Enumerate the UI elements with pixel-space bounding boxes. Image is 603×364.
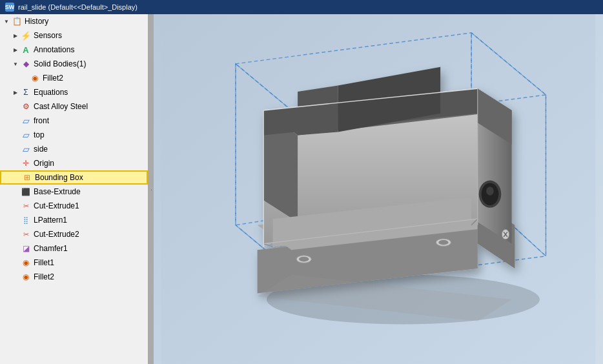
tree-item-top[interactable]: ▶ ▱ top: [0, 128, 148, 142]
expand-arrow-annotations[interactable]: ▶: [12, 46, 19, 54]
tree-item-annotations[interactable]: ▶ A Annotations: [0, 43, 148, 57]
icon-front-plane: ▱: [21, 116, 31, 126]
expand-arrow-solid-bodies[interactable]: ▼: [12, 60, 19, 68]
tree-label-fillet2-sub: Fillet2: [43, 74, 63, 83]
tree-label-fillet2: Fillet2: [34, 272, 54, 281]
tree-item-cut-extrude1[interactable]: ▶ ✂ Cut-Extrude1: [0, 199, 148, 213]
tree-label-chamfer1: Chamfer1: [34, 244, 68, 253]
svg-point-28: [438, 240, 448, 245]
tree-label-sensors: Sensors: [34, 31, 62, 40]
svg-point-24: [486, 187, 494, 195]
icon-chamfer1: ◪: [21, 243, 31, 254]
icon-side-plane: ▱: [21, 144, 31, 154]
tree-label-origin: Origin: [34, 159, 54, 168]
tree-item-chamfer1[interactable]: ▶ ◪ Chamfer1: [0, 241, 148, 256]
tree-item-cast-alloy-steel[interactable]: ▶ ⚙ Cast Alloy Steel: [0, 99, 148, 114]
icon-history: 📋: [12, 16, 22, 26]
icon-annotations: A: [21, 45, 31, 55]
tree-item-equations[interactable]: ▶ Σ Equations: [0, 85, 148, 99]
tree-label-annotations: Annotations: [34, 45, 74, 54]
tree-label-top: top: [34, 130, 45, 139]
tree-item-lpattern1[interactable]: ▶ ⣿ LPattern1: [0, 213, 148, 227]
tree-label-side: side: [34, 145, 48, 154]
tree-item-fillet2[interactable]: ▶ ◉ Fillet2: [0, 270, 148, 284]
icon-fillet2-sub: ◉: [30, 73, 40, 83]
icon-base-extrude: ⬛: [21, 187, 31, 197]
title-bar: SW rail_slide (Default<<Default>_Display…: [0, 0, 603, 14]
tree-item-origin[interactable]: ▶ ✛ Origin: [0, 156, 148, 170]
feature-tree[interactable]: ▼ 📋 History ▶ ⚡ Sensors ▶ A Annotations …: [0, 14, 148, 364]
icon-fillet1: ◉: [21, 258, 31, 268]
svg-point-26: [299, 257, 309, 262]
icon-solid-bodies: ◆: [21, 59, 31, 69]
expand-arrow-sensors[interactable]: ▶: [12, 32, 19, 39]
tree-item-fillet1[interactable]: ▶ ◉ Fillet1: [0, 256, 148, 270]
tree-label-history: History: [25, 17, 48, 26]
tree-item-bounding-box[interactable]: ▶ ⊞ Bounding Box: [0, 170, 148, 185]
tree-item-solid-bodies[interactable]: ▼ ◆ Solid Bodies(1): [0, 57, 148, 71]
icon-cut-extrude1: ✂: [21, 201, 31, 211]
3d-viewport[interactable]: [154, 14, 603, 364]
svg-marker-19: [298, 86, 338, 136]
icon-cast-alloy-steel: ⚙: [21, 101, 31, 112]
expand-arrow-history[interactable]: ▼: [3, 17, 10, 25]
title-text: rail_slide (Default<<Default>_Display): [18, 3, 138, 11]
app-icon: SW: [5, 3, 14, 12]
tree-item-cut-extrude2[interactable]: ▶ ✂ Cut-Extrude2: [0, 227, 148, 241]
icon-equations: Σ: [21, 87, 31, 97]
resize-handle[interactable]: ···: [148, 14, 154, 364]
tree-label-bounding-box: Bounding Box: [35, 173, 83, 182]
tree-label-lpattern1: LPattern1: [34, 216, 67, 225]
tree-label-equations: Equations: [34, 88, 68, 97]
tree-label-cut-extrude2: Cut-Extrude2: [34, 230, 79, 239]
icon-cut-extrude2: ✂: [21, 229, 31, 239]
icon-fillet2: ◉: [21, 272, 31, 282]
expand-arrow-equations[interactable]: ▶: [12, 88, 19, 96]
tree-item-sensors[interactable]: ▶ ⚡ Sensors: [0, 28, 148, 43]
icon-bounding-box: ⊞: [22, 172, 32, 183]
tree-item-history[interactable]: ▼ 📋 History: [0, 14, 148, 28]
icon-top-plane: ▱: [21, 130, 31, 140]
tree-label-cut-extrude1: Cut-Extrude1: [34, 201, 79, 210]
icon-origin: ✛: [21, 158, 31, 168]
icon-sensors: ⚡: [21, 30, 31, 41]
icon-lpattern1: ⣿: [21, 215, 31, 225]
main-content: ▼ 📋 History ▶ ⚡ Sensors ▶ A Annotations …: [0, 14, 603, 364]
tree-label-base-extrude: Base-Extrude: [34, 187, 81, 196]
viewport-svg: [154, 14, 603, 364]
tree-item-base-extrude[interactable]: ▶ ⬛ Base-Extrude: [0, 185, 148, 199]
tree-item-side[interactable]: ▶ ▱ side: [0, 142, 148, 156]
tree-label-solid-bodies: Solid Bodies(1): [34, 59, 86, 68]
tree-item-fillet2-sub[interactable]: ▶ ◉ Fillet2: [0, 71, 148, 85]
tree-label-cast-alloy-steel: Cast Alloy Steel: [34, 102, 88, 111]
tree-label-front: front: [34, 116, 49, 125]
tree-item-front[interactable]: ▶ ▱ front: [0, 114, 148, 128]
tree-label-fillet1: Fillet1: [34, 258, 54, 267]
